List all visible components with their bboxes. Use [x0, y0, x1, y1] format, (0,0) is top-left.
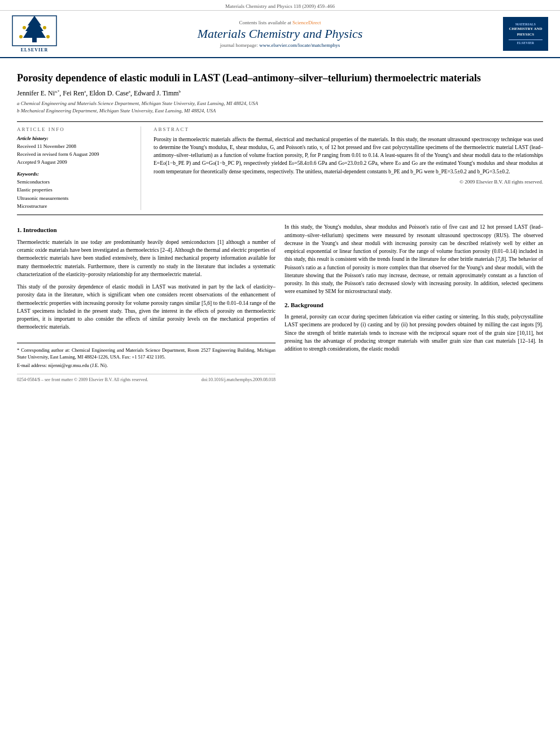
- background-para-1: In general, porosity can occur during sp…: [285, 313, 543, 353]
- journal-homepage: journal homepage: www.elsevier.com/locat…: [60, 42, 500, 48]
- copyright-line: © 2009 Elsevier B.V. All rights reserved…: [154, 179, 543, 185]
- journal-top-header: Materials Chemistry and Physics 118 (200…: [0, 0, 560, 11]
- elsevier-text: ELSEVIER: [21, 47, 48, 53]
- doi-line: doi:10.1016/j.matchemphys.2009.08.018: [202, 377, 275, 383]
- affiliation-b: b Mechanical Engineering Department, Mic…: [17, 107, 543, 115]
- article-dates: Received 11 November 2008 Received in re…: [17, 142, 135, 167]
- svg-point-7: [19, 35, 23, 38]
- banner-center: Contents lists available at ScienceDirec…: [60, 20, 500, 48]
- info-abstract-section: ARTICLE INFO Article history: Received 1…: [17, 121, 543, 216]
- bottom-footer: 0254-0584/$ – see front matter © 2009 El…: [17, 374, 275, 383]
- abstract-text: Porosity in thermoelectric materials aff…: [154, 136, 543, 176]
- journal-logo-image: MATERIALS CHEMISTRY AND PHYSICS ELSEVIER: [503, 17, 548, 51]
- right-intro-para-1: In this study, the Young's modulus, shea…: [285, 223, 543, 295]
- abstract-header: ABSTRACT: [154, 126, 543, 132]
- background-section-title: 2. Background: [285, 300, 543, 310]
- keyword-4: Microstructure: [17, 202, 135, 210]
- article-content: Porosity dependence of elastic moduli in…: [0, 58, 560, 389]
- journal-banner: ELSEVIER Contents lists available at Sci…: [0, 11, 560, 58]
- journal-title: Materials Chemistry and Physics: [60, 27, 500, 41]
- footnote-area: * Corresponding author at: Chemical Engi…: [17, 343, 275, 369]
- issn-line: 0254-0584/$ – see front matter © 2009 El…: [17, 377, 148, 383]
- intro-section-title: 1. Introduction: [17, 225, 275, 235]
- journal-citation: Materials Chemistry and Physics 118 (200…: [225, 3, 335, 9]
- revised-date: Received in revised form 6 August 2009: [17, 150, 135, 158]
- keyword-1: Semiconductors: [17, 178, 135, 186]
- keyword-3: Ultrasonic measurements: [17, 194, 135, 202]
- intro-para-2: This study of the porosity dependence of…: [17, 283, 275, 331]
- contents-available: Contents lists available at ScienceDirec…: [60, 20, 500, 25]
- affiliation-a: a Chemical Engineering and Materials Sci…: [17, 100, 543, 107]
- accepted-date: Accepted 9 August 2009: [17, 158, 135, 166]
- homepage-url[interactable]: www.elsevier.com/locate/matchemphys: [259, 42, 340, 48]
- right-body-column: In this study, the Young's modulus, shea…: [285, 223, 543, 383]
- intro-para-1: Thermoelectric materials in use today ar…: [17, 238, 275, 278]
- svg-point-8: [46, 35, 50, 38]
- sciencedirect-link[interactable]: ScienceDirect: [292, 20, 321, 25]
- left-body-column: 1. Introduction Thermoelectric materials…: [17, 223, 275, 383]
- svg-marker-4: [28, 16, 41, 25]
- journal-logo-box-area: MATERIALS CHEMISTRY AND PHYSICS ELSEVIER: [500, 17, 551, 51]
- footnote-corresponding: * Corresponding author at: Chemical Engi…: [17, 347, 275, 361]
- keywords-list: Semiconductors Elastic properties Ultras…: [17, 178, 135, 211]
- history-label: Article history:: [17, 136, 135, 141]
- article-title: Porosity dependence of elastic moduli in…: [17, 72, 543, 85]
- authors-line: Jennifer E. Nia,*, Fei Rena, Eldon D. Ca…: [17, 89, 543, 98]
- keyword-2: Elastic properties: [17, 186, 135, 194]
- article-info-column: ARTICLE INFO Article history: Received 1…: [17, 126, 141, 211]
- footnote-email: E-mail address: nijenni@egr.msu.edu (J.E…: [17, 362, 275, 369]
- received-date: Received 11 November 2008: [17, 142, 135, 150]
- keywords-label: Keywords:: [17, 171, 135, 177]
- affiliations: a Chemical Engineering and Materials Sci…: [17, 100, 543, 114]
- elsevier-logo-area: ELSEVIER: [9, 15, 60, 53]
- article-info-header: ARTICLE INFO: [17, 126, 135, 132]
- elsevier-tree-logo: [12, 15, 57, 46]
- body-columns: 1. Introduction Thermoelectric materials…: [17, 223, 543, 383]
- svg-point-5: [23, 26, 26, 29]
- abstract-column: ABSTRACT Porosity in thermoelectric mate…: [150, 126, 543, 211]
- svg-point-6: [43, 26, 46, 29]
